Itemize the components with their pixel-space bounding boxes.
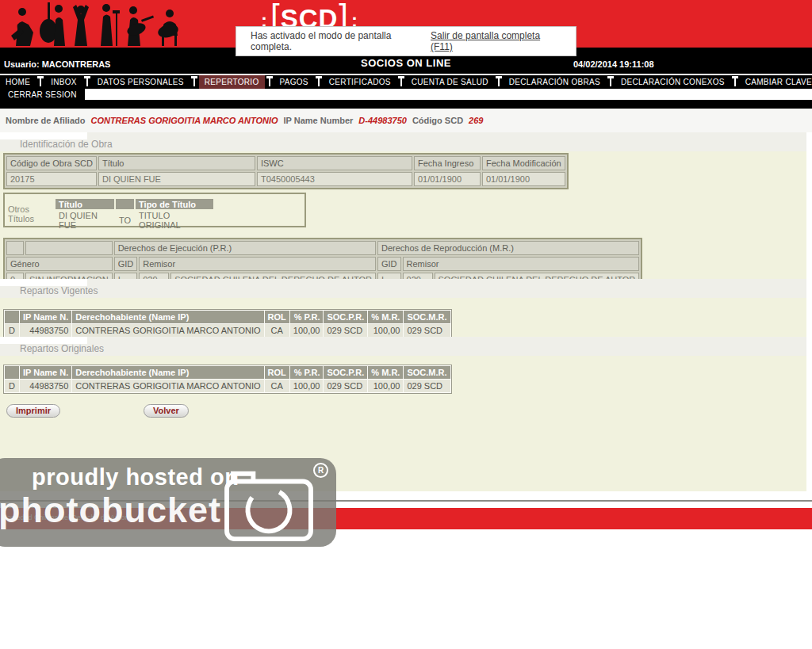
photobucket-watermark: proudly hosted on photobucket R (0, 458, 336, 547)
header-cell: Título (98, 156, 255, 170)
table-subheader-row: Género GID Remisor GID Remisor (6, 257, 639, 271)
watermark-line1: proudly hosted on (32, 464, 239, 491)
header-soc-pr: SOC.P.R. (324, 366, 367, 379)
table-row: DI QUIEN FUE TO TITULO ORIGINAL (56, 211, 213, 230)
header-rol: ROL (265, 311, 289, 323)
ip-name-number-value: D-44983750 (358, 116, 407, 125)
page: :[SCD]: Has activado el modo de pantalla… (0, 0, 812, 649)
codigo-scd-value: 269 (469, 116, 483, 125)
registered-trademark-icon: R (313, 463, 328, 478)
cell-pct-pr: 100,00 (290, 380, 324, 392)
cell-otro-titulo: DI QUIEN FUE (56, 211, 114, 230)
header-pct-pr: % P.R. (290, 311, 324, 323)
otros-titulos-table: Título Tipo de Título DI QUIEN FUE TO TI… (54, 197, 215, 231)
section-title: Repartos Vigentes (20, 285, 98, 296)
otros-titulos-label: Otros Títulos (5, 194, 54, 226)
header-ip-name-n: IP Name N. (20, 366, 71, 379)
menu-item-datos-personales[interactable]: DATOS PERSONALES (92, 75, 190, 89)
table-row: 20175 DI QUIEN FUE T0450005443 01/01/190… (6, 172, 565, 186)
header-derechohabiente: Derechohabiente (Name IP) (72, 366, 263, 379)
fullscreen-notification: Has activado el modo de pantalla complet… (236, 26, 576, 56)
cell-codigo-obra: 20175 (6, 172, 97, 186)
cell-soc-pr: 029 SCD (324, 324, 367, 337)
header-cell: Fecha Ingreso (414, 156, 481, 170)
menu-separator (318, 78, 320, 86)
musicians-silhouette-icon (5, 1, 195, 47)
cell-tipo-titulo: TITULO ORIGINAL (136, 211, 213, 230)
ip-name-number-label: IP Name Number (284, 116, 354, 125)
table-row: D 44983750 CONTRERAS GORIGOITIA MARCO AN… (5, 324, 450, 337)
obra-table: Código de Obra SCD Título ISWC Fecha Ing… (3, 153, 569, 189)
cell-soc-mr: 029 SCD (404, 324, 450, 337)
menu-item-cuenta-de-salud[interactable]: CUENTA DE SALUD (406, 75, 494, 89)
otros-titulos-box: Otros Títulos Título Tipo de Título DI Q… (3, 193, 306, 227)
header-cell: Título (56, 199, 114, 209)
header-cell-empty (6, 241, 24, 255)
menu-item-inbox[interactable]: INBOX (45, 75, 82, 89)
page-title: SOCIOS ON LINE (0, 57, 812, 69)
menu-item-cambiar-clave[interactable]: CAMBIAR CLAVE (740, 75, 812, 89)
cell-iswc: T0450005443 (257, 172, 412, 186)
header-derechohabiente: Derechohabiente (Name IP) (72, 311, 263, 323)
cell-pct-mr: 100,00 (368, 380, 403, 392)
section-title: Repartos Originales (20, 343, 104, 354)
menu-separator (610, 78, 611, 86)
header-soc-pr: SOC.P.R. (324, 311, 367, 323)
section-title: Identificación de Obra (20, 139, 113, 150)
menu-item-certificados[interactable]: CERTIFICADOS (324, 75, 396, 89)
menu-item-home[interactable]: HOME (0, 75, 36, 89)
repartos-originales-table: IP Name N. Derechohabiente (Name IP) ROL… (3, 365, 452, 394)
cell-tipo: D (5, 380, 19, 392)
header-pct-pr: % P.R. (290, 366, 324, 379)
cell-tipo: D (5, 324, 19, 337)
header-ip-name-n: IP Name N. (20, 311, 71, 323)
table-header-row: Título Tipo de Título (56, 199, 213, 209)
header-cell: Tipo de Título (136, 199, 213, 209)
header-cell: ISWC (257, 156, 412, 170)
cell-rol: CA (265, 324, 289, 337)
section-repartos-vigentes: Repartos Vigentes (0, 279, 806, 298)
header-gid: GID (114, 257, 138, 271)
menu-separator (400, 78, 402, 86)
header-cell-empty (5, 311, 19, 323)
header-remisor: Remisor (139, 257, 376, 271)
section-repartos-originales: Repartos Originales (0, 337, 806, 356)
affiliate-name-label: Nombre de Afiliado (6, 116, 85, 125)
cell-derechohabiente: CONTRERAS GORIGOITIA MARCO ANTONIO (72, 380, 263, 392)
photobucket-camera-icon (222, 463, 316, 544)
cell-soc-mr: 029 SCD (404, 380, 450, 392)
cell-fecha-modificacion: 01/01/1900 (482, 172, 565, 186)
header-gid: GID (377, 257, 401, 271)
menu-item-repertorio[interactable]: REPERTORIO (199, 75, 265, 89)
menu-separator (734, 78, 736, 86)
affiliate-name-value: CONTRERAS GORIGOITIA MARCO ANTONIO (90, 116, 278, 125)
cell-derechohabiente: CONTRERAS GORIGOITIA MARCO ANTONIO (72, 324, 263, 337)
menu-item-declaracion-conexos[interactable]: DECLARACIÓN CONEXOS (615, 75, 730, 89)
cell-fecha-ingreso: 01/01/1900 (414, 172, 481, 186)
table-header-row: Código de Obra SCD Título ISWC Fecha Ing… (6, 156, 565, 170)
menu-item-pagos[interactable]: PAGOS (274, 75, 314, 89)
header-pct-mr: % M.R. (368, 311, 403, 323)
volver-button[interactable]: Volver (144, 404, 189, 418)
header-soc-mr: SOC.M.R. (404, 311, 450, 323)
menu-item-declaracion-obras[interactable]: DECLARACIÓN OBRAS (504, 75, 606, 89)
menu-separator (498, 78, 500, 86)
header-derechos-ejecucion: Derechos de Ejecución (P.R.) (114, 241, 376, 255)
header-pct-mr: % M.R. (368, 366, 403, 379)
imprimir-button[interactable]: Imprimir (6, 404, 60, 418)
header-cell-empty (5, 366, 19, 379)
table-header-row: IP Name N. Derechohabiente (Name IP) ROL… (5, 311, 450, 323)
cell-rol: CA (265, 380, 289, 392)
cell-pct-mr: 100,00 (368, 324, 403, 337)
cell-ip-name-n: 44983750 (20, 324, 71, 337)
menu-item-cerrar-sesion[interactable]: CERRAR SESION (0, 89, 85, 101)
watermark-line2: photobucket (0, 490, 221, 531)
exit-fullscreen-link[interactable]: Salir de pantalla completa (F11) (431, 30, 561, 52)
menu-separator (40, 78, 41, 86)
datetime: 04/02/2014 19:11:08 (573, 59, 654, 69)
header-rol: ROL (265, 366, 289, 379)
menu-separator (269, 78, 270, 86)
content-area: Identificación de Obra Código de Obra SC… (0, 132, 806, 491)
header-cell: Fecha Modificación (482, 156, 565, 170)
table-header-row: IP Name N. Derechohabiente (Name IP) ROL… (5, 366, 450, 379)
